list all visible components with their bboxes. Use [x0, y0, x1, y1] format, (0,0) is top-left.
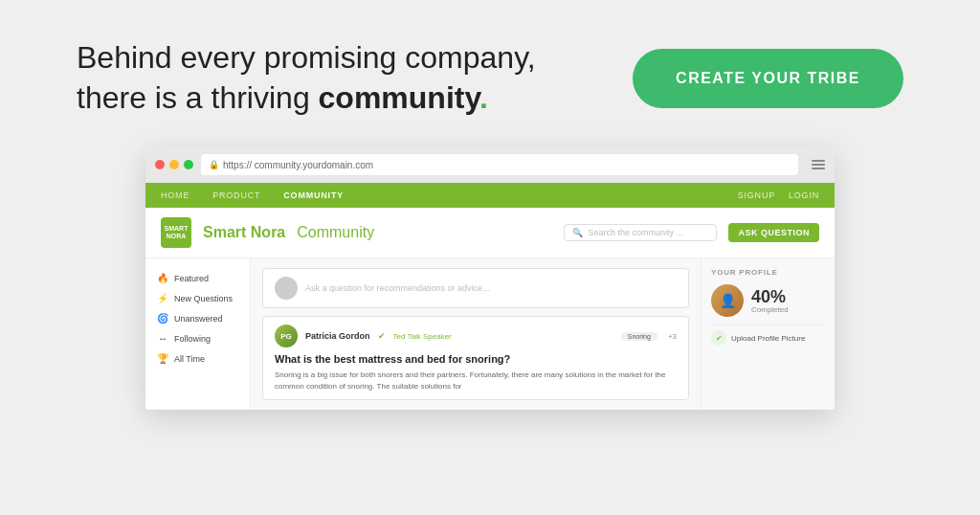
- author-badge: Ted Talk Speaker: [393, 332, 452, 341]
- profile-section-title: YOUR PROFILE: [711, 268, 825, 277]
- browser-addressbar[interactable]: 🔒 https:// community.yourdomain.com: [201, 154, 798, 175]
- question-title[interactable]: What is the best mattress and bed for sn…: [275, 352, 677, 366]
- ask-prompt-text: Ask a question for recommendations or ad…: [305, 283, 490, 293]
- verified-icon: ✔: [378, 331, 386, 341]
- nav-right: SIGNUP LOGIN: [738, 190, 819, 200]
- completion-percent: 40%: [751, 288, 789, 305]
- profile-avatar: 👤: [711, 284, 744, 317]
- menu-line-3: [812, 168, 825, 169]
- sidebar-item-featured[interactable]: 🔥 Featured: [145, 268, 250, 288]
- sidebar-item-following[interactable]: ↔ Following: [145, 328, 250, 348]
- menu-line-2: [812, 164, 825, 166]
- page-wrapper: Behind every promising company, there is…: [0, 0, 980, 515]
- site-title: Smart Nora: [203, 224, 285, 241]
- dot-red[interactable]: [155, 160, 165, 169]
- unanswered-icon: 🌀: [157, 313, 168, 324]
- question-card: PG Patricia Gordon ✔ Ted Talk Speaker Sn…: [262, 316, 689, 400]
- content-main: Ask a question for recommendations or ad…: [251, 258, 701, 410]
- hero-section: Behind every promising company, there is…: [0, 0, 980, 146]
- search-placeholder: Search the community ...: [588, 228, 683, 237]
- sidebar-item-label: Featured: [174, 274, 209, 283]
- search-icon: 🔍: [572, 228, 583, 237]
- content-right-panel: YOUR PROFILE 👤 40% Completed ✔ Upload Pr…: [701, 258, 835, 410]
- menu-line-1: [812, 160, 825, 162]
- url-text: https:// community.yourdomain.com: [223, 160, 373, 170]
- profile-action[interactable]: ✔ Upload Profile Picture: [711, 325, 825, 350]
- new-questions-icon: ⚡: [157, 293, 168, 303]
- nav-items: HOME PRODUCT COMMUNITY: [161, 190, 738, 200]
- lock-icon: 🔒: [209, 160, 219, 169]
- completion-label: Completed: [751, 305, 789, 314]
- site-content: 🔥 Featured ⚡ New Questions 🌀 Unanswered …: [145, 258, 835, 410]
- nav-signup[interactable]: SIGNUP: [738, 190, 775, 200]
- headline-line1: Behind every promising company,: [77, 40, 536, 75]
- sidebar-item-label: New Questions: [174, 294, 233, 303]
- sidebar-item-all-time[interactable]: 🏆 All Time: [145, 348, 250, 369]
- sidebar-item-label: Unanswered: [174, 314, 223, 324]
- search-bar[interactable]: 🔍 Search the community ...: [564, 224, 717, 241]
- hero-text: Behind every promising company, there is…: [77, 38, 574, 118]
- sidebar-item-label: Following: [174, 334, 211, 344]
- following-icon: ↔: [157, 333, 168, 344]
- all-time-icon: 🏆: [157, 353, 168, 364]
- question-meta: PG Patricia Gordon ✔ Ted Talk Speaker Sn…: [275, 325, 677, 347]
- profile-row: 👤 40% Completed: [711, 284, 825, 317]
- sidebar-item-unanswered[interactable]: 🌀 Unanswered: [145, 308, 250, 328]
- user-avatar-small: [275, 277, 298, 300]
- sidebar-item-label: All Time: [174, 354, 205, 364]
- browser-chrome: 🔒 https:// community.yourdomain.com: [145, 146, 835, 183]
- headline-bold: community: [319, 80, 479, 115]
- ask-box[interactable]: Ask a question for recommendations or ad…: [262, 268, 689, 308]
- headline-dot: .: [479, 80, 488, 115]
- site-navbar: HOME PRODUCT COMMUNITY SIGNUP LOGIN: [145, 183, 835, 208]
- browser-dots: [155, 160, 193, 169]
- tag-more: +3: [668, 332, 677, 341]
- featured-icon: 🔥: [157, 273, 168, 283]
- author-avatar: PG: [275, 325, 298, 347]
- site-logo: SMART NORA: [161, 217, 191, 248]
- nav-home[interactable]: HOME: [161, 190, 189, 200]
- site-community-label: Community: [297, 224, 374, 241]
- create-tribe-button[interactable]: CREATE YOUR TRIBE: [633, 49, 903, 108]
- dot-green[interactable]: [184, 160, 193, 169]
- profile-completion: 40% Completed: [751, 288, 789, 314]
- browser-menu-icon[interactable]: [812, 160, 825, 169]
- content-sidebar: 🔥 Featured ⚡ New Questions 🌀 Unanswered …: [145, 258, 251, 410]
- upload-icon: ✔: [711, 330, 726, 346]
- nav-community[interactable]: COMMUNITY: [283, 190, 344, 200]
- question-tag[interactable]: Snoring: [621, 332, 657, 341]
- nav-login[interactable]: LOGIN: [789, 190, 819, 200]
- nav-product[interactable]: PRODUCT: [212, 190, 260, 200]
- ask-question-button[interactable]: ASK QUESTION: [728, 223, 819, 242]
- sidebar-item-new-questions[interactable]: ⚡ New Questions: [145, 288, 250, 308]
- dot-yellow[interactable]: [169, 160, 179, 169]
- headline-line2-prefix: there is a thriving: [77, 80, 319, 115]
- site-header: SMART NORA Smart Nora Community 🔍 Search…: [145, 208, 835, 258]
- browser-mockup: 🔒 https:// community.yourdomain.com HOME…: [145, 146, 835, 410]
- question-body: Snoring is a big issue for both snorers …: [275, 369, 677, 391]
- hero-headline: Behind every promising company, there is…: [77, 38, 574, 118]
- upload-profile-label: Upload Profile Picture: [731, 334, 805, 343]
- author-name: Patricia Gordon: [305, 331, 370, 341]
